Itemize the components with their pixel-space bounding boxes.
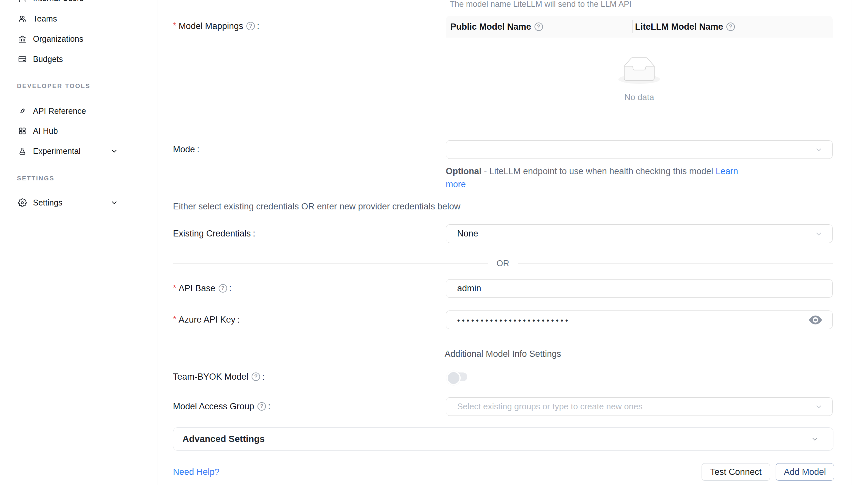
divider-line: [518, 263, 833, 263]
help-icon[interactable]: [246, 22, 255, 30]
label-colon: [266, 401, 271, 412]
credit-card-icon: [18, 55, 27, 64]
additional-settings-divider-text: Additional Model Info Settings: [444, 349, 561, 359]
sidebar-item-ai-hub[interactable]: AI Hub: [0, 121, 158, 141]
sidebar-item-label: Settings: [33, 198, 62, 207]
sidebar: Internal Users Teams Organizations Budge…: [0, 0, 158, 485]
azure-api-key-input[interactable]: ••••••••••••••••••••••••: [446, 311, 833, 329]
masked-password-value: ••••••••••••••••••••••••: [457, 316, 570, 325]
label-colon: [227, 284, 232, 294]
advanced-settings-panel[interactable]: Advanced Settings: [173, 427, 833, 451]
learn-more-link[interactable]: Learn: [716, 166, 738, 176]
api-base-input[interactable]: admin: [446, 279, 833, 298]
gear-icon: [18, 198, 27, 207]
chevron-down-icon: [811, 435, 819, 443]
sidebar-item-label: Organizations: [33, 34, 83, 44]
label-text: Model Mappings: [179, 21, 243, 31]
label-colon: [251, 229, 255, 239]
existing-credentials-value: None: [457, 229, 478, 239]
additional-settings-divider: Additional Model Info Settings: [173, 349, 833, 359]
eye-icon[interactable]: [808, 314, 823, 326]
chevron-down-icon: [110, 199, 118, 206]
need-help-link[interactable]: Need Help?: [173, 467, 220, 477]
sidebar-item-experimental[interactable]: Experimental: [0, 141, 158, 161]
help-icon[interactable]: [257, 402, 266, 411]
sidebar-item-organizations[interactable]: Organizations: [0, 29, 158, 49]
model-access-group-label: Model Access Group: [173, 400, 271, 413]
help-icon[interactable]: [219, 284, 227, 293]
column-divider: [632, 20, 633, 33]
model-access-group-placeholder: Select existing groups or type to create…: [457, 401, 643, 412]
flask-icon: [18, 147, 27, 156]
model-mappings-table: Public Model Name LiteLLM Model Name: [446, 15, 833, 102]
label-text: Team-BYOK Model: [173, 372, 248, 382]
model-name-description: The model name LiteLLM will send to the …: [450, 0, 631, 9]
chevron-down-icon: [815, 230, 823, 238]
add-model-button[interactable]: Add Model: [776, 463, 834, 481]
column-public-model-name: Public Model Name: [446, 22, 628, 32]
label-text: Existing Credentials: [173, 229, 251, 239]
sidebar-item-teams[interactable]: Teams: [0, 8, 158, 29]
grid-icon: [18, 127, 27, 135]
sidebar-item-internal-users[interactable]: Internal Users: [0, 0, 158, 8]
sidebar-section-settings: SETTINGS: [17, 174, 55, 183]
azure-api-key-label: Azure API Key: [173, 313, 240, 326]
help-icon[interactable]: [534, 23, 543, 31]
sidebar-item-label: Internal Users: [33, 0, 84, 3]
add-model-page: Internal Users Teams Organizations Budge…: [0, 0, 868, 485]
sidebar-item-label: API Reference: [33, 106, 86, 116]
table-header: Public Model Name LiteLLM Model Name: [446, 15, 833, 38]
divider-line: [173, 354, 436, 354]
sidebar-item-label: AI Hub: [33, 126, 58, 136]
help-rest: - LiteLLM endpoint to use when health ch…: [484, 166, 713, 176]
table-bottom-divider: [446, 127, 833, 127]
column-label: Public Model Name: [450, 22, 531, 32]
plug-icon: [18, 107, 27, 116]
team-byok-toggle[interactable]: [448, 373, 467, 381]
add-model-form: The model name LiteLLM will send to the …: [158, 0, 851, 485]
help-icon[interactable]: [252, 373, 260, 381]
sidebar-item-api-reference[interactable]: API Reference: [0, 101, 158, 121]
toggle-knob: [446, 371, 461, 385]
sidebar-section-developer-tools: DEVELOPER TOOLS: [17, 82, 90, 91]
existing-credentials-select[interactable]: None: [446, 224, 833, 243]
sidebar-item-settings[interactable]: Settings: [0, 192, 158, 213]
learn-more-link[interactable]: more: [446, 180, 466, 189]
empty-box-icon: [618, 57, 660, 84]
divider-line: [570, 354, 833, 354]
required-asterisk: [173, 22, 176, 29]
model-access-group-select[interactable]: Select existing groups or type to create…: [446, 397, 833, 416]
api-base-value: admin: [457, 284, 481, 294]
or-divider: OR: [173, 258, 833, 268]
required-asterisk: [173, 316, 176, 322]
user-icon: [18, 0, 27, 3]
no-data-text: No data: [446, 92, 833, 102]
content-right-border: [851, 0, 851, 485]
empty-state: No data: [446, 38, 833, 102]
sidebar-item-budgets[interactable]: Budgets: [0, 49, 158, 69]
sidebar-item-label: Teams: [33, 14, 57, 24]
label-text: Model Access Group: [173, 401, 254, 412]
or-divider-text: OR: [497, 258, 509, 268]
help-icon[interactable]: [726, 23, 735, 31]
required-asterisk: [173, 284, 176, 291]
team-byok-label: Team-BYOK Model: [173, 370, 265, 383]
credentials-note: Either select existing credentials OR en…: [173, 201, 460, 212]
chevron-down-icon: [110, 147, 118, 155]
divider-line: [173, 263, 488, 263]
mode-help-text: Optional - LiteLLM endpoint to use when …: [446, 165, 738, 191]
column-litellm-model-name: LiteLLM Model Name: [628, 22, 735, 32]
model-mappings-label: Model Mappings: [173, 20, 259, 33]
help-bold: Optional: [446, 166, 482, 176]
test-connect-button[interactable]: Test Connect: [702, 463, 770, 481]
label-colon: [235, 315, 240, 325]
label-colon: [195, 144, 200, 155]
existing-credentials-label: Existing Credentials: [173, 227, 255, 240]
label-text: API Base: [179, 284, 215, 294]
label-colon: [255, 21, 259, 31]
column-label: LiteLLM Model Name: [635, 22, 723, 32]
api-base-label: API Base: [173, 282, 231, 295]
chevron-down-icon: [815, 146, 823, 154]
label-colon: [260, 372, 265, 382]
mode-select[interactable]: [446, 140, 833, 159]
